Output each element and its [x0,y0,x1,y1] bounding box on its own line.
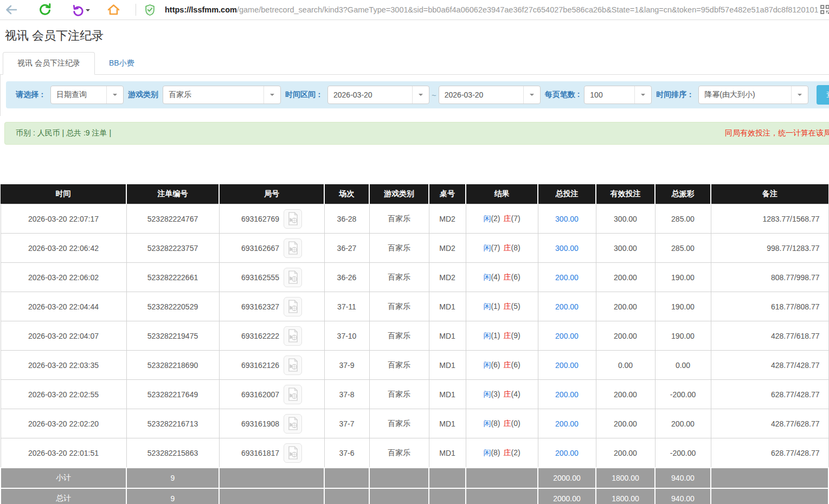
result-player-score: (1) [491,331,500,340]
chevron-down-icon[interactable] [106,86,123,104]
tab-bet-records[interactable]: 视讯 会员下注纪录 [3,52,95,75]
tab-bb-tip[interactable]: BB小费 [95,53,149,74]
cell-bet-id: 523282217649 [126,380,219,409]
total-bet-link[interactable]: 200.00 [555,302,579,311]
cell-table-no: MD1 [429,292,466,321]
total-bet-link[interactable]: 200.00 [555,361,579,370]
undo-icon[interactable] [70,4,85,16]
table-row: 2026-03-20 22:07:17 523282224767 6931627… [1,204,828,234]
video-replay-button[interactable] [284,443,302,463]
video-replay-button[interactable] [284,326,302,346]
search-button[interactable]: 查询 [817,85,829,105]
home-icon[interactable] [106,3,120,16]
total-bet-link[interactable]: 200.00 [555,390,579,399]
cell-valid-bet: 200.00 [596,292,655,321]
video-replay-button[interactable] [284,385,302,404]
back-icon[interactable] [4,4,18,16]
cell-result: 闲(8)庄(2) [466,438,538,468]
chevron-down-icon[interactable] [264,86,280,104]
total-bet-link[interactable]: 200.00 [555,332,579,340]
result-banker-label: 庄 [504,419,511,428]
cell-game-type: 百家乐 [369,263,429,292]
cell-note: 428.77/628.77 [711,409,828,438]
tab-content-panel: 请选择： 日期查询 游戏类别 百家乐 时间区间： 2026-03-20 ~ 20… [0,75,829,116]
browser-toolbar: https://lssfmm.com/game/betrecord_search… [0,0,829,20]
subtotal-payout: 940.00 [655,468,711,488]
video-replay-button[interactable] [284,209,302,229]
cell-session: 37-7 [324,409,369,438]
result-player-label: 闲 [483,273,491,281]
cell-bet-id: 523282215863 [126,438,219,468]
total-bet-link[interactable]: 200.00 [555,273,579,282]
cell-round: 693162007 [219,380,324,409]
address-bar[interactable]: https://lssfmm.com/game/betrecord_search… [165,5,829,14]
cell-payout: 190.00 [655,321,711,351]
chevron-down-icon[interactable] [523,86,540,104]
result-player-score: (8) [491,419,500,428]
result-player-score: (6) [491,360,500,369]
cell-result: 闲(1)庄(9) [466,321,538,351]
cell-session: 37-11 [324,292,369,321]
total-bet-link[interactable]: 300.00 [555,215,579,223]
summary-warning-text: 同局有效投注，统一计算在该局 [725,128,829,138]
video-replay-button[interactable] [284,268,302,287]
chevron-down-icon[interactable] [412,86,429,104]
cell-valid-bet: 300.00 [596,234,655,263]
cell-total-bet: 200.00 [538,438,596,468]
grand-total-count: 9 [126,488,219,504]
video-replay-button[interactable] [284,238,302,258]
cell-payout: 200.00 [655,409,711,438]
cell-bet-id: 523282218690 [126,351,219,380]
cell-note: 998.77/1283.77 [711,234,828,263]
cell-session: 36-27 [324,234,369,263]
refresh-icon[interactable] [38,3,52,16]
bet-records-table: 时间 注单编号 局号 场次 游戏类别 桌号 结果 总投注 有效投注 总派彩 备注… [0,184,829,504]
chevron-down-icon[interactable] [791,86,808,104]
chevron-down-icon[interactable] [634,86,651,104]
subtotal-row: 小计 9 2000.00 1800.00 940.00 [1,468,828,488]
page-size-select[interactable]: 100 [584,86,652,104]
cell-payout: 190.00 [655,292,711,321]
header-valid-bet: 有效投注 [596,184,655,204]
total-bet-link[interactable]: 200.00 [555,419,579,428]
qr-code-icon[interactable] [818,5,829,16]
query-type-select[interactable]: 日期查询 [50,86,124,104]
result-player-label: 闲 [483,390,491,398]
security-shield-icon[interactable] [145,4,155,16]
video-file-icon [287,270,299,284]
cell-valid-bet: 300.00 [596,204,655,234]
cell-note: 618.77/808.77 [711,292,828,321]
result-player-label: 闲 [483,448,491,457]
cell-payout: -200.00 [655,380,711,409]
cell-game-type: 百家乐 [369,409,429,438]
result-player-label: 闲 [483,243,491,252]
round-id: 693161908 [241,419,279,428]
total-bet-link[interactable]: 300.00 [555,244,579,253]
cell-game-type: 百家乐 [369,204,429,234]
cell-result: 闲(6)庄(6) [466,351,538,380]
result-banker-label: 庄 [504,273,511,281]
date-to-select[interactable]: 2026-03-20 [439,86,541,104]
video-file-icon [287,212,299,225]
video-file-icon [287,417,299,430]
sort-order-select[interactable]: 降幂(由大到小) [698,86,808,104]
date-from-select[interactable]: 2026-03-20 [327,86,429,104]
page-size-value: 100 [584,91,634,99]
cell-time: 2026-03-20 22:02:55 [1,380,126,409]
video-replay-button[interactable] [284,297,302,316]
cell-game-type: 百家乐 [369,380,429,409]
cell-session: 37-10 [324,321,369,351]
video-replay-button[interactable] [284,356,302,375]
cell-game-type: 百家乐 [369,292,429,321]
result-banker-label: 庄 [504,331,511,340]
query-type-label: 请选择： [16,90,46,100]
cell-result: 闲(2)庄(7) [466,204,538,234]
cell-table-no: MD2 [429,263,466,292]
undo-dropdown-caret[interactable] [86,9,90,14]
video-replay-button[interactable] [284,414,302,434]
total-bet-link[interactable]: 200.00 [555,449,579,457]
cell-round: 693162769 [219,204,324,234]
round-id: 693162327 [241,302,279,311]
result-player-label: 闲 [483,360,491,369]
game-type-select[interactable]: 百家乐 [163,86,281,104]
